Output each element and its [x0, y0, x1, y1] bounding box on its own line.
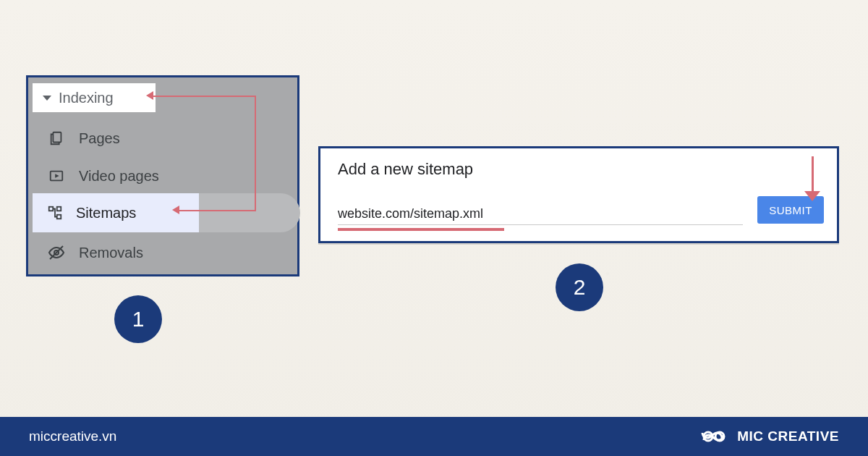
video-pages-icon [47, 168, 66, 184]
footer-brand-label: MIC CREATIVE [737, 428, 839, 444]
arrow-left-icon [146, 91, 153, 100]
sidebar-item-label: Removals [79, 245, 143, 261]
step-badge-2: 2 [556, 263, 603, 311]
sidebar-item-video-pages[interactable]: Video pages [33, 159, 296, 193]
sitemap-url-input[interactable]: website.com/sitemap.xml [338, 206, 743, 225]
infinity-logo-icon [699, 428, 728, 445]
arrow-left-icon [172, 206, 179, 214]
footer-site: miccreative.vn [29, 428, 116, 444]
step-number: 1 [132, 307, 145, 332]
annotation-arrow [178, 210, 256, 211]
sidebar-item-label: Pages [79, 130, 120, 147]
submit-button-label: SUBMIT [769, 204, 812, 216]
removals-icon [47, 244, 66, 261]
annotation-arrow [255, 96, 256, 210]
step-number: 2 [574, 275, 586, 300]
svg-rect-3 [57, 207, 61, 211]
sidebar-item-label: Video pages [79, 168, 159, 185]
annotation-arrow [812, 156, 814, 193]
footer-bar: miccreative.vn MIC CREATIVE [0, 417, 868, 456]
annotation-underline [338, 228, 504, 231]
sidebar-section-label: Indexing [59, 90, 114, 106]
sidebar-item-label: Sitemaps [76, 205, 136, 221]
sidebar-section-indexing[interactable]: Indexing [33, 83, 156, 112]
step-badge-1: 1 [114, 295, 162, 343]
sidebar-item-removals[interactable]: Removals [33, 235, 296, 270]
add-sitemap-title: Add a new sitemap [338, 160, 473, 179]
sitemaps-icon [47, 205, 63, 221]
sidebar-item-pages[interactable]: Pages [33, 121, 296, 156]
pages-icon [47, 130, 66, 146]
sitemap-url-value: website.com/sitemap.xml [338, 206, 483, 221]
add-sitemap-panel: Add a new sitemap website.com/sitemap.xm… [318, 146, 839, 243]
sidebar-panel: Indexing Pages Video pages [26, 75, 299, 276]
svg-rect-4 [57, 215, 61, 219]
svg-rect-0 [53, 132, 61, 143]
arrow-down-icon [804, 191, 820, 201]
annotation-arrow [152, 96, 256, 97]
svg-rect-2 [49, 207, 54, 211]
chevron-down-icon [43, 96, 51, 101]
footer-brand: MIC CREATIVE [699, 428, 839, 445]
